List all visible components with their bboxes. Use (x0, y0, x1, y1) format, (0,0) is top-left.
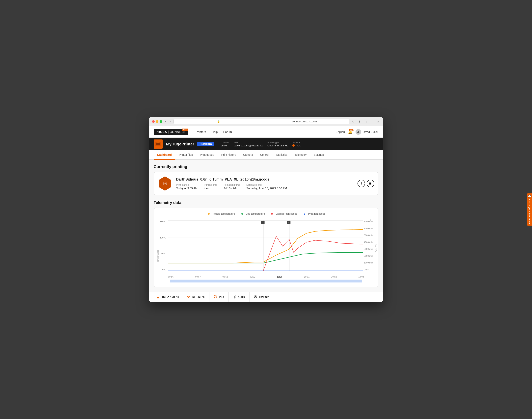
svg-point-16 (215, 296, 216, 297)
legend-nozzle: Nozzle temperature (206, 212, 235, 215)
chart-refresh-btn[interactable]: ↻ (370, 218, 373, 222)
feedback-btn[interactable]: 💬 Share your feedback (527, 193, 532, 226)
printer-meta: Location office Team david.buzek@prusa3d… (221, 141, 300, 147)
fullscreen-window-btn[interactable] (160, 120, 162, 123)
print-card: 0% DarthSidious_0.6n_0.15mm_PLA_XL_2d10h… (154, 172, 378, 195)
type-value: Original Prusa XL (267, 144, 288, 147)
layer-height-value: 0.21mm (259, 295, 269, 299)
browser-window: ‹ › 🔒 connect.prusa3d.com ↻ ⬇ ⬆ + ⧉ PRUS… (149, 117, 383, 302)
tab-dashboard[interactable]: Dashboard (154, 150, 175, 160)
legend-print-fan: Print fan speed (302, 212, 325, 215)
y-left-180: 180 °C (160, 220, 166, 223)
y-right-6000: 6000/min (364, 227, 374, 230)
legend-bed: Bed temperature (240, 212, 265, 215)
x-label-0958: 09:58 (222, 275, 228, 278)
print-filename: DarthSidious_0.6n_0.15mm_PLA_XL_2d10h28m… (176, 177, 354, 182)
y-axis-right: 0/min 1000/min 2000/min 3000/min 4000/mi… (363, 220, 374, 271)
svg-text:i: i (262, 222, 263, 223)
tab-print-queue[interactable]: Print queue (196, 150, 218, 160)
legend-extruder-fan-label: Extruder fan speed (275, 212, 297, 215)
tab-settings[interactable]: Settings (310, 150, 327, 160)
stop-print-btn[interactable]: ⏹ (367, 180, 374, 187)
type-label: Printer type (267, 141, 288, 144)
x-label-0956: 09:56 (168, 275, 174, 278)
logo-divider: | (168, 130, 169, 134)
tab-camera[interactable]: Camera (240, 150, 257, 160)
estimated-end-stat: Estimated end Saturday, April 15, 2023 8… (246, 183, 287, 190)
y-right-2000: 2000/min (364, 255, 374, 257)
print-started-stat: Print started Today at 9:59 AM (176, 183, 198, 190)
material-text: PLA (296, 144, 300, 147)
estimated-end-value: Saturday, April 15, 2023 8:30 PM (246, 187, 287, 190)
close-window-btn[interactable] (152, 120, 155, 123)
page-tabs: Dashboard Printer files Print queue Prin… (149, 150, 383, 160)
tab-printer-files[interactable]: Printer files (175, 150, 196, 160)
chart-scrollbar-thumb[interactable] (170, 280, 362, 282)
nav-printers[interactable]: Printers (196, 130, 206, 133)
material-stat: PLA (209, 292, 229, 302)
download-btn[interactable]: ⬇ (357, 119, 362, 124)
legend-bed-label: Bed temperature (246, 212, 265, 215)
x-label-1001: 10:01 (304, 275, 310, 278)
avatar (355, 129, 361, 135)
forward-btn[interactable]: › (169, 119, 172, 124)
nav-forum[interactable]: Forum (223, 130, 232, 133)
tab-print-history[interactable]: Print history (218, 150, 240, 160)
y-axis-right-label-container: Fan RPM (374, 242, 378, 254)
user-menu-btn[interactable]: David Buzek (355, 129, 378, 135)
split-view-btn[interactable]: ⧉ (376, 119, 380, 124)
app-header: PRUSA | CONNECT BETA Printers Help Forum… (149, 126, 383, 138)
printer-status-badge: PRINTING (197, 142, 214, 146)
logo-beta-badge: BETA (182, 129, 188, 131)
material-value: PLA (292, 144, 300, 147)
material-label: Material (292, 141, 300, 144)
svg-point-0 (358, 131, 359, 132)
back-btn[interactable]: ‹ (164, 119, 167, 124)
y-left-60: 60 °C (161, 252, 166, 255)
reload-btn[interactable]: ↻ (351, 119, 356, 124)
user-name: David Buzek (363, 130, 378, 133)
printer-location: Location office (221, 141, 229, 147)
logo-prusa-text: PRUSA (156, 130, 167, 133)
y-left-0: 0 °C (162, 268, 166, 271)
estimated-end-label: Estimated end (246, 183, 287, 186)
tab-telemetry[interactable]: Telemetry (291, 150, 310, 160)
notifications-badge: 99+ (349, 129, 354, 131)
x-axis: 09:56 09:57 09:58 09:59 10:00 10:01 10:0… (168, 275, 364, 278)
printing-time-stat: Printing time 4 m (204, 183, 217, 190)
print-started-label: Print started (176, 183, 198, 186)
logo: PRUSA | CONNECT BETA (154, 129, 188, 135)
minimize-window-btn[interactable] (156, 120, 158, 123)
svg-point-17 (234, 296, 235, 297)
new-tab-btn[interactable]: + (370, 119, 374, 124)
notifications-btn[interactable]: 🔔 99+ (348, 130, 352, 134)
location-value: office (221, 144, 229, 147)
x-label-0957: 09:57 (195, 275, 201, 278)
legend-nozzle-label: Nozzle temperature (212, 212, 235, 215)
remaining-time-stat: Remaining time 2d 10h 26m (223, 183, 240, 190)
tab-control[interactable]: Control (257, 150, 273, 160)
telemetry-title: Telemetry data (154, 200, 378, 205)
x-label-1003: 10:03 (358, 275, 364, 278)
svg-rect-2 (156, 143, 160, 145)
tab-statistics[interactable]: Statistics (273, 150, 291, 160)
bed-temp-icon (187, 295, 191, 300)
print-actions: ⏸ ⏹ (357, 180, 374, 187)
print-thumbnail: 0% (158, 176, 172, 191)
y-right-5000: 5000/min (364, 234, 374, 236)
bed-temp-stat: 60→60 °C (183, 292, 209, 302)
pause-print-btn[interactable]: ⏸ (357, 180, 365, 187)
layer-height-icon (254, 295, 258, 300)
y-axis-left-label: Temperatures (157, 250, 159, 262)
feedback-icon: 💬 (528, 195, 531, 198)
language-btn[interactable]: English (336, 130, 345, 133)
printing-time-value: 4 m (204, 187, 217, 190)
chart-scrollbar[interactable] (170, 279, 362, 283)
traffic-lights (152, 120, 162, 123)
address-bar[interactable]: 🔒 connect.prusa3d.com (174, 119, 349, 124)
printer-material: Material PLA (292, 141, 300, 147)
material-color-swatch (292, 144, 295, 147)
share-btn[interactable]: ⬆ (364, 119, 368, 124)
nav-help[interactable]: Help (212, 130, 218, 133)
print-progress-value: 0% (163, 182, 167, 185)
